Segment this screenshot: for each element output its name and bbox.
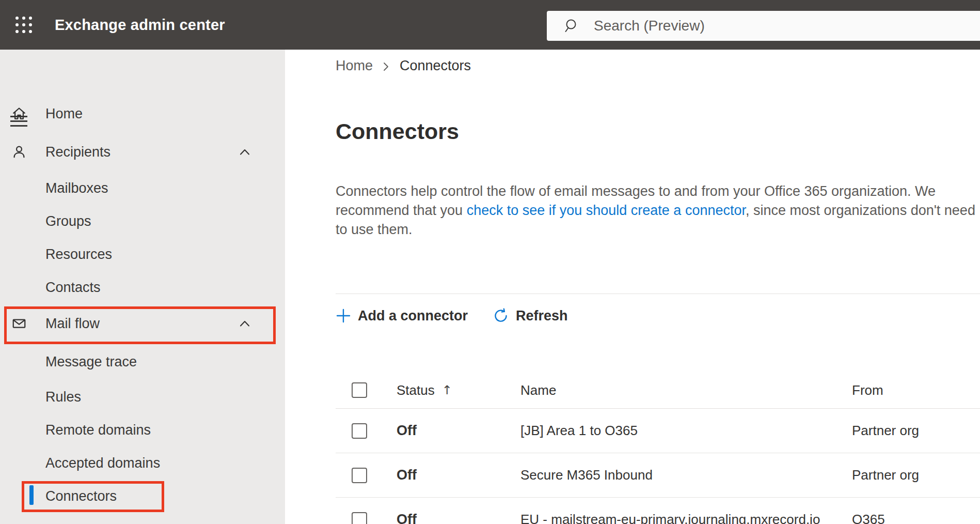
sidebar-item-contacts[interactable]: Contacts [0, 271, 285, 304]
sidebar-item-connectors[interactable]: Connectors [0, 480, 285, 513]
chevron-up-icon [239, 147, 251, 157]
chevron-up-icon [239, 319, 251, 328]
waffle-icon [15, 17, 32, 33]
sidebar-item-label: Accepted domains [45, 455, 160, 471]
select-all-checkbox[interactable] [352, 382, 367, 398]
sidebar-item-label: Remote domains [45, 422, 151, 438]
main-content: Home Connectors Connectors Connectors he… [285, 50, 980, 524]
connectors-table: Status ↑ Name From Off [JB] Area 1 to O3… [336, 372, 980, 524]
sidebar-item-label: Mailboxes [45, 180, 108, 196]
plus-icon [336, 308, 351, 323]
table-header: Status ↑ Name From [336, 372, 980, 409]
breadcrumb-home[interactable]: Home [336, 58, 373, 74]
sidebar-item-label: Recipients [45, 144, 110, 160]
sidebar-item-message-trace[interactable]: Message trace [0, 343, 285, 380]
breadcrumb-current: Connectors [400, 58, 471, 74]
page-title: Connectors [336, 119, 459, 144]
sidebar-item-accepted-domains[interactable]: Accepted domains [0, 446, 285, 480]
toolbar: Add a connector Refresh [336, 303, 568, 329]
sidebar-item-mailflow[interactable]: Mail flow [0, 304, 285, 343]
sidebar-item-home[interactable]: Home [0, 95, 285, 132]
app-bar: Exchange admin center [0, 0, 980, 50]
sidebar-item-label: Contacts [45, 280, 101, 296]
row-checkbox[interactable] [352, 468, 367, 483]
sidebar-item-label: Home [45, 106, 83, 122]
person-icon [11, 144, 27, 160]
refresh-button[interactable]: Refresh [493, 307, 568, 324]
column-header-status[interactable]: Status ↑ [397, 382, 520, 398]
cell-status: Off [397, 467, 520, 483]
sidebar-item-groups[interactable]: Groups [0, 205, 285, 238]
search-icon [564, 18, 580, 34]
create-connector-check-link[interactable]: check to see if you should create a conn… [467, 203, 746, 218]
mail-icon [11, 316, 27, 331]
search-box [547, 11, 980, 41]
sidebar-item-rules[interactable]: Rules [0, 380, 285, 413]
sidebar-item-resources[interactable]: Resources [0, 238, 285, 271]
column-header-name[interactable]: Name [520, 382, 852, 398]
cell-from: Partner org [852, 423, 980, 439]
sidebar-item-mailboxes[interactable]: Mailboxes [0, 172, 285, 205]
cell-name: EU - mailstream-eu-primary.journaling.mx… [520, 512, 852, 524]
row-checkbox[interactable] [352, 512, 367, 524]
selected-indicator [29, 485, 34, 505]
sidebar-item-label: Resources [45, 246, 112, 263]
table-row[interactable]: Off EU - mailstream-eu-primary.journalin… [336, 498, 980, 524]
breadcrumb: Home Connectors [336, 58, 471, 74]
cell-status: Off [397, 512, 520, 524]
refresh-icon [493, 307, 509, 324]
app-title: Exchange admin center [55, 0, 225, 50]
cell-status: Off [397, 423, 520, 439]
app-launcher-button[interactable] [7, 0, 40, 50]
sidebar-item-recipients[interactable]: Recipients [0, 132, 285, 172]
cell-name: [JB] Area 1 to O365 [520, 423, 852, 439]
add-connector-label: Add a connector [358, 308, 468, 324]
refresh-label: Refresh [516, 308, 568, 324]
row-checkbox[interactable] [352, 423, 367, 439]
sidebar-item-label: Groups [45, 213, 91, 229]
cell-from: Partner org [852, 467, 980, 483]
sidebar-nav: Home Recipients Mailboxes Groups Resourc… [0, 50, 285, 524]
table-row[interactable]: Off Secure M365 Inbound Partner org [336, 453, 980, 498]
chevron-right-icon [381, 61, 391, 72]
add-connector-button[interactable]: Add a connector [336, 308, 468, 324]
sort-ascending-icon: ↑ [442, 383, 452, 397]
sidebar-item-label: Connectors [45, 488, 117, 504]
cell-name: Secure M365 Inbound [520, 467, 852, 483]
toolbar-divider [336, 294, 980, 294]
column-header-from[interactable]: From [852, 382, 980, 398]
table-row[interactable]: Off [JB] Area 1 to O365 Partner org [336, 409, 980, 453]
sidebar-item-label: Message trace [45, 354, 137, 370]
sidebar-item-remote-domains[interactable]: Remote domains [0, 413, 285, 446]
page-description: Connectors help control the flow of emai… [336, 182, 980, 239]
cell-from: O365 [852, 512, 980, 524]
global-search-input[interactable] [594, 11, 980, 41]
sidebar-item-label: Mail flow [45, 316, 100, 332]
home-icon [11, 106, 27, 121]
sidebar-item-label: Rules [45, 389, 81, 405]
